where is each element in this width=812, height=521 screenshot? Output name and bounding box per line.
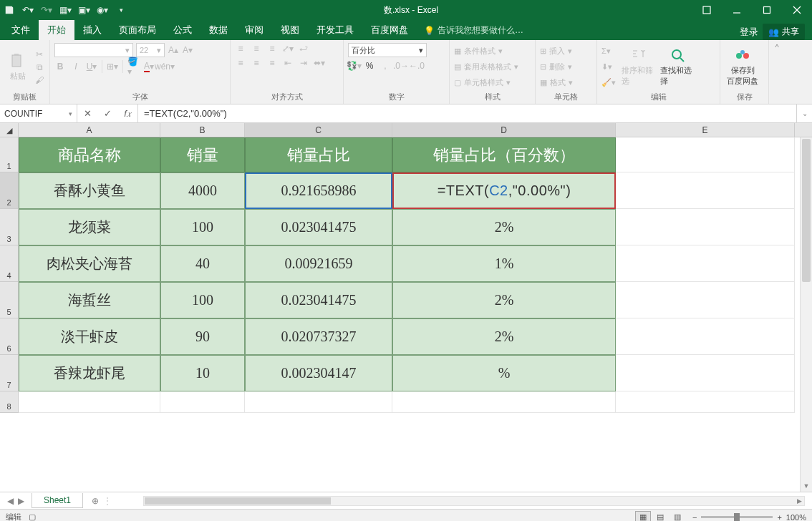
- cell-formula-edit[interactable]: =TEXT(C2,"0.00%"): [392, 172, 616, 209]
- zoom-out-icon[interactable]: −: [692, 513, 697, 522]
- view-page-break-icon[interactable]: ▥: [670, 511, 685, 522]
- horizontal-scrollbar[interactable]: ◀ ▶: [143, 496, 805, 506]
- select-all-corner[interactable]: ◢: [0, 123, 19, 137]
- indent-dec-icon[interactable]: ⇤: [282, 57, 294, 69]
- tell-me-input[interactable]: 💡告诉我您想要做什么…: [417, 21, 531, 40]
- cell[interactable]: 销量占比（百分数）: [392, 137, 616, 172]
- align-middle-icon[interactable]: ≡: [251, 43, 262, 54]
- view-page-layout-icon[interactable]: ▤: [652, 511, 668, 522]
- phonetic-icon[interactable]: wén▾: [159, 61, 170, 72]
- number-format-select[interactable]: 百分比▾: [348, 43, 427, 57]
- row-header[interactable]: 4: [0, 245, 19, 282]
- format-table-button[interactable]: ▤套用表格格式▾: [454, 60, 518, 74]
- cell[interactable]: [19, 391, 160, 413]
- align-right-icon[interactable]: ≡: [266, 57, 278, 69]
- row-header[interactable]: 3: [0, 209, 19, 245]
- tab-layout[interactable]: 页面布局: [110, 20, 165, 40]
- cell[interactable]: 90: [160, 318, 245, 355]
- name-box[interactable]: COUNTIF▾: [0, 104, 77, 122]
- cell[interactable]: [616, 355, 795, 391]
- increase-font-icon[interactable]: A▴: [168, 44, 179, 56]
- cell[interactable]: 0.020737327: [245, 318, 392, 355]
- undo-icon[interactable]: ↶▾: [23, 5, 33, 15]
- tab-insert[interactable]: 插入: [74, 20, 110, 40]
- zoom-in-icon[interactable]: +: [777, 513, 781, 522]
- sheet-tab[interactable]: Sheet1: [32, 493, 83, 508]
- merge-icon[interactable]: ⬌▾: [314, 57, 325, 69]
- maximize-icon[interactable]: [752, 0, 782, 20]
- vertical-scrollbar[interactable]: ▲ ▼: [800, 137, 812, 492]
- cell[interactable]: 0.00921659: [245, 245, 392, 282]
- cell[interactable]: [616, 245, 795, 282]
- cell[interactable]: [245, 391, 392, 413]
- italic-icon[interactable]: I: [70, 61, 82, 72]
- cell[interactable]: 淡干虾皮: [19, 318, 160, 355]
- delete-cells-button[interactable]: ⊟删除▾: [540, 60, 573, 74]
- cell-style-button[interactable]: ▢单元格样式▾: [454, 76, 518, 90]
- clear-button[interactable]: 🧹▾: [601, 76, 616, 90]
- tab-view[interactable]: 视图: [272, 20, 308, 40]
- cell[interactable]: 1%: [392, 245, 616, 282]
- tab-file[interactable]: 文件: [3, 20, 39, 40]
- cell[interactable]: 0.023041475: [245, 282, 392, 318]
- cell[interactable]: [616, 137, 795, 172]
- cell[interactable]: 肉松夹心海苔: [19, 245, 160, 282]
- insert-cells-button[interactable]: ⊞插入▾: [540, 44, 573, 59]
- row-header[interactable]: 7: [0, 355, 19, 391]
- col-header-B[interactable]: B: [160, 123, 245, 137]
- row-header[interactable]: 2: [0, 172, 19, 209]
- cell[interactable]: 海蜇丝: [19, 282, 160, 318]
- tab-review[interactable]: 审阅: [236, 20, 272, 40]
- cell[interactable]: [160, 391, 245, 413]
- row-header[interactable]: 5: [0, 282, 19, 318]
- align-center-icon[interactable]: ≡: [251, 57, 262, 69]
- sheet-nav-prev-icon[interactable]: ◀: [7, 496, 14, 506]
- comma-icon[interactable]: ,: [380, 60, 391, 72]
- redo-icon[interactable]: ↷▾: [42, 5, 52, 15]
- share-button[interactable]: 👥共享: [763, 24, 805, 40]
- save-baidu-button[interactable]: 保存到 百度网盘: [725, 47, 760, 87]
- font-size-select[interactable]: 22▾: [136, 43, 165, 57]
- tab-developer[interactable]: 开发工具: [308, 20, 362, 40]
- sheet-nav-next-icon[interactable]: ▶: [18, 496, 24, 506]
- col-header-A[interactable]: A: [19, 123, 160, 137]
- cell[interactable]: 商品名称: [19, 137, 160, 172]
- ribbon-display-icon[interactable]: [692, 0, 722, 20]
- cancel-formula-icon[interactable]: ✕: [77, 104, 97, 122]
- cell[interactable]: 龙须菜: [19, 209, 160, 245]
- tab-formulas[interactable]: 公式: [165, 20, 200, 40]
- col-header-C[interactable]: C: [245, 123, 392, 137]
- cell[interactable]: 100: [160, 209, 245, 245]
- zoom-level[interactable]: 100%: [786, 513, 806, 522]
- fx-icon[interactable]: f𝑥: [117, 104, 137, 122]
- fill-color-icon[interactable]: 🪣▾: [127, 61, 139, 72]
- border-icon[interactable]: ⊞▾: [107, 61, 118, 72]
- cell[interactable]: 40: [160, 245, 245, 282]
- cell[interactable]: 4000: [160, 172, 245, 209]
- tab-data[interactable]: 数据: [200, 20, 236, 40]
- cell[interactable]: 0.023041475: [245, 209, 392, 245]
- format-painter-icon[interactable]: 🖌: [34, 74, 45, 86]
- bold-icon[interactable]: B: [54, 61, 66, 72]
- cell[interactable]: 2%: [392, 318, 616, 355]
- add-sheet-icon[interactable]: ⊕: [87, 493, 103, 509]
- cell[interactable]: 0.002304147: [245, 355, 392, 391]
- collapse-ribbon-icon[interactable]: ^: [769, 40, 785, 104]
- cell[interactable]: [616, 172, 795, 209]
- cell[interactable]: 10: [160, 355, 245, 391]
- cell[interactable]: [616, 209, 795, 245]
- format-cells-button[interactable]: ▦格式▾: [540, 76, 573, 90]
- zoom-slider[interactable]: [701, 516, 773, 518]
- inc-decimal-icon[interactable]: .0→: [395, 60, 407, 72]
- macro-record-icon[interactable]: ▢: [29, 512, 36, 521]
- copy-icon[interactable]: ⧉: [34, 62, 45, 73]
- cell[interactable]: 销量占比: [245, 137, 392, 172]
- tab-home[interactable]: 开始: [39, 20, 74, 40]
- find-select-button[interactable]: 查找和选择: [660, 47, 696, 87]
- cell-editing-ref[interactable]: 0.921658986: [245, 172, 392, 209]
- formula-bar[interactable]: =TEXT(C2,"0.00%"): [138, 108, 796, 119]
- indent-inc-icon[interactable]: ⇥: [298, 57, 309, 69]
- underline-icon[interactable]: U▾: [86, 61, 97, 72]
- tab-baidu[interactable]: 百度网盘: [362, 20, 417, 40]
- minimize-icon[interactable]: [722, 0, 752, 20]
